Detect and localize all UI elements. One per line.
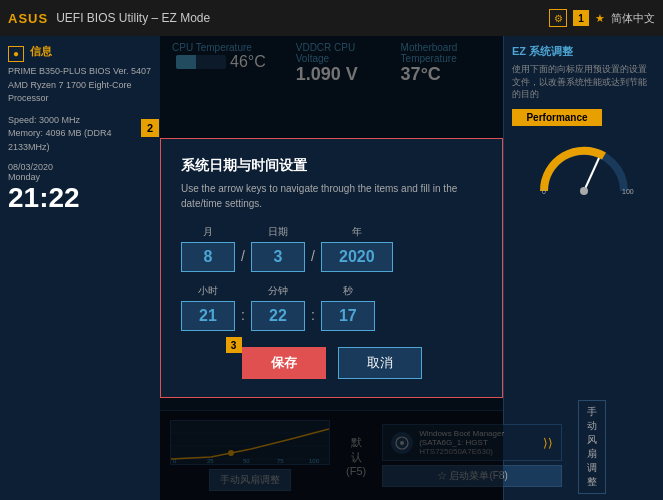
center-area: CPU Temperature 46°C VDDCR CPU Voltage 1… bbox=[160, 36, 503, 500]
svg-line-11 bbox=[584, 158, 599, 191]
second-label: 秒 bbox=[343, 284, 353, 298]
sidebar-speed: Speed: 3000 MHz Memory: 4096 MB (DDR4 21… bbox=[8, 114, 152, 155]
fan-right-button[interactable]: 手动风扇调整 bbox=[578, 400, 606, 494]
year-input[interactable] bbox=[321, 242, 393, 272]
datetime-dialog: 2 系统日期与时间设置 Use the arrow keys to naviga… bbox=[160, 138, 503, 398]
time-sep1: : bbox=[241, 307, 245, 323]
step3-badge: 3 bbox=[226, 337, 242, 353]
big-time: 21:22 bbox=[8, 182, 152, 214]
date-sep2: / bbox=[311, 248, 315, 264]
time-fields: 小时 : 分钟 : 秒 bbox=[181, 284, 482, 331]
boot-arrow-icon: ⟩⟩ bbox=[543, 436, 553, 450]
header-bar: ASUS UEFI BIOS Utility – EZ Mode ⚙ 1 ★ 简… bbox=[0, 0, 663, 36]
minute-field-group: 分钟 bbox=[251, 284, 305, 331]
sidebar-datetime: 08/03/2020 Monday 21:22 bbox=[8, 162, 152, 214]
hour-input[interactable] bbox=[181, 301, 235, 331]
minute-label: 分钟 bbox=[268, 284, 288, 298]
dialog-step-badge: 2 bbox=[141, 119, 159, 137]
ez-option-button[interactable]: Performance bbox=[512, 109, 602, 126]
sidebar-model: PRIME B350-PLUS BIOS Ver. 5407 AMD Ryzen… bbox=[8, 65, 152, 106]
day-input[interactable] bbox=[251, 242, 305, 272]
gear-icon[interactable]: ⚙ bbox=[549, 9, 567, 27]
day-label: 日期 bbox=[268, 225, 288, 239]
svg-point-12 bbox=[580, 187, 588, 195]
dialog-buttons: 3 保存 取消 bbox=[181, 347, 482, 379]
svg-text:0: 0 bbox=[542, 188, 546, 195]
cancel-button[interactable]: 取消 bbox=[338, 347, 422, 379]
ez-desc: 使用下面的向标应用预设置的设置文件，以改善系统性能或达到节能的目的 bbox=[512, 63, 655, 101]
month-field-group: 月 bbox=[181, 225, 235, 272]
day-field-group: 日期 bbox=[251, 225, 305, 272]
hour-field-group: 小时 bbox=[181, 284, 235, 331]
main-content: ● 信息 PRIME B350-PLUS BIOS Ver. 5407 AMD … bbox=[0, 36, 663, 500]
second-input[interactable] bbox=[321, 301, 375, 331]
year-label: 年 bbox=[352, 225, 362, 239]
language-selector[interactable]: 简体中文 bbox=[611, 11, 655, 26]
dialog-title: 系统日期与时间设置 bbox=[181, 157, 482, 175]
second-field-group: 秒 bbox=[321, 284, 375, 331]
step1-badge: 1 bbox=[573, 10, 589, 26]
asus-logo: ASUS bbox=[8, 11, 48, 26]
year-field-group: 年 bbox=[321, 225, 393, 272]
step2-side-badge: ● bbox=[8, 46, 24, 62]
dialog-overlay: 2 系统日期与时间设置 Use the arrow keys to naviga… bbox=[160, 36, 503, 500]
dialog-subtitle: Use the arrow keys to navigate through t… bbox=[181, 181, 482, 211]
time-sep2: : bbox=[311, 307, 315, 323]
month-label: 月 bbox=[203, 225, 213, 239]
hour-label: 小时 bbox=[198, 284, 218, 298]
month-input[interactable] bbox=[181, 242, 235, 272]
minute-input[interactable] bbox=[251, 301, 305, 331]
header-right: ⚙ 1 ★ 简体中文 bbox=[549, 9, 655, 27]
ez-title: EZ 系统调整 bbox=[512, 44, 655, 59]
svg-text:100: 100 bbox=[622, 188, 634, 195]
date-sep1: / bbox=[241, 248, 245, 264]
save-button[interactable]: 保存 bbox=[242, 347, 326, 379]
star-icon: ★ bbox=[595, 12, 605, 25]
sidebar-section-label: 信息 bbox=[30, 44, 52, 59]
speedometer-graphic: 0 100 bbox=[512, 136, 655, 196]
sidebar: ● 信息 PRIME B350-PLUS BIOS Ver. 5407 AMD … bbox=[0, 36, 160, 500]
header-title: UEFI BIOS Utility – EZ Mode bbox=[56, 11, 210, 25]
date-fields: 月 / 日期 / 年 bbox=[181, 225, 482, 272]
